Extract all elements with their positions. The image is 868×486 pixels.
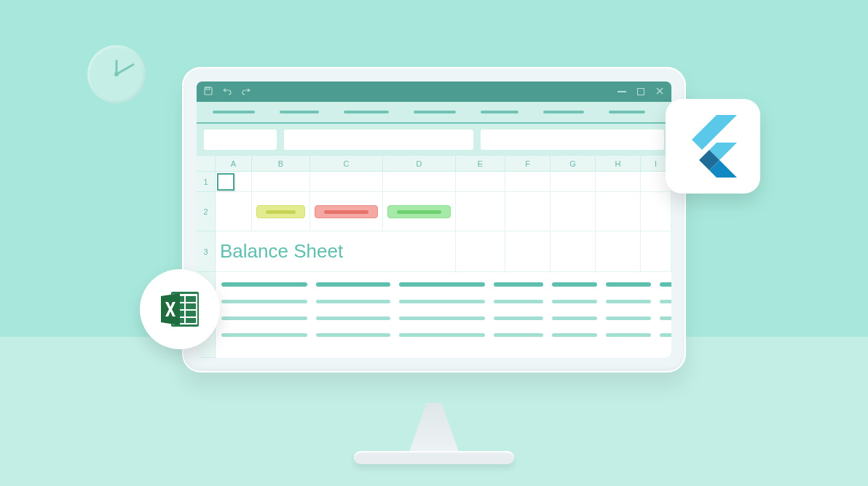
ribbon-tab[interactable] xyxy=(414,111,456,113)
flutter-icon xyxy=(666,99,760,194)
ribbon-tab[interactable] xyxy=(481,111,518,113)
svg-rect-7 xyxy=(186,303,196,309)
minimize-button[interactable] xyxy=(618,87,626,96)
app-window: A B C D E F G H I 1 2 3 xyxy=(197,81,671,358)
active-cell-selection[interactable] xyxy=(217,173,234,191)
col-header[interactable]: E xyxy=(456,156,505,171)
svg-rect-5 xyxy=(186,296,196,302)
save-icon[interactable] xyxy=(204,85,213,98)
ribbon-tabs xyxy=(197,102,671,124)
ribbon-tab[interactable] xyxy=(609,111,645,113)
ribbon-content xyxy=(197,124,671,156)
undo-icon[interactable] xyxy=(223,85,232,98)
col-header[interactable]: C xyxy=(310,156,383,171)
row-header[interactable]: 3 xyxy=(197,231,215,272)
ribbon-tab[interactable] xyxy=(213,111,255,113)
col-header[interactable]: F xyxy=(505,156,551,171)
monitor-base xyxy=(354,451,514,464)
maximize-button[interactable] xyxy=(636,87,645,96)
ribbon-group[interactable] xyxy=(481,130,664,150)
sheet-title: Balance Sheet xyxy=(216,231,456,272)
col-header[interactable]: G xyxy=(551,156,596,171)
monitor: A B C D E F G H I 1 2 3 xyxy=(182,67,686,373)
tag-pill[interactable] xyxy=(315,205,378,218)
wall-clock-icon xyxy=(87,45,146,103)
excel-icon xyxy=(140,269,220,349)
cells[interactable]: Balance Sheet xyxy=(216,172,671,358)
data-area xyxy=(216,272,671,358)
svg-rect-9 xyxy=(186,311,196,316)
tag-pill[interactable] xyxy=(256,205,305,218)
col-header[interactable]: H xyxy=(596,156,641,171)
svg-rect-11 xyxy=(186,318,196,323)
close-button[interactable] xyxy=(655,85,664,98)
ribbon-tab[interactable] xyxy=(280,111,319,113)
row-header[interactable]: 1 xyxy=(197,172,215,192)
ribbon-tab[interactable] xyxy=(344,111,389,113)
col-header[interactable]: A xyxy=(216,156,252,171)
redo-icon[interactable] xyxy=(242,85,250,98)
col-header[interactable]: B xyxy=(252,156,310,171)
column-headers: A B C D E F G H I xyxy=(216,156,671,172)
ribbon-tab[interactable] xyxy=(543,111,584,113)
svg-rect-1 xyxy=(206,87,210,89)
select-all-corner[interactable] xyxy=(197,156,216,172)
row-header[interactable]: 2 xyxy=(197,192,215,231)
spreadsheet-grid[interactable]: A B C D E F G H I 1 2 3 xyxy=(197,156,671,358)
tag-pill[interactable] xyxy=(387,205,451,218)
col-header[interactable]: D xyxy=(383,156,456,171)
titlebar xyxy=(197,81,671,102)
ribbon-group[interactable] xyxy=(204,130,277,150)
ribbon-group[interactable] xyxy=(284,130,473,150)
